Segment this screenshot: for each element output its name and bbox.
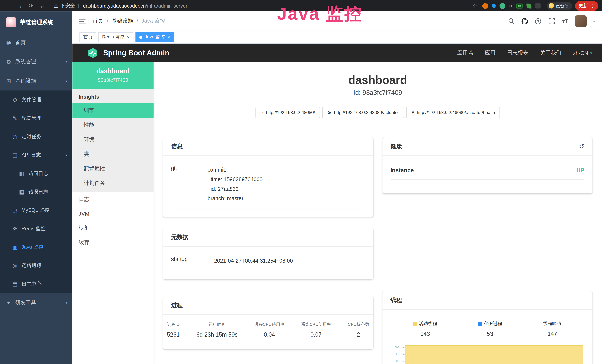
chart-y-axis: 140 120 100 [390,344,405,364]
sba-menu-item-logs[interactable]: 日志 [73,192,153,207]
sidebar-item-scheduled-jobs[interactable]: ◷ 定时任务 [0,127,73,146]
svg-text:?: ? [537,19,539,23]
ext-drop-icon[interactable] [491,3,496,8]
card-title: 线程 [390,297,402,304]
sidebar-item-infrastructure[interactable]: ⊞ 基础设施 ▴ [0,71,73,90]
instance-link-actuator[interactable]: ⚙ http://192.168.0.2:48080/actuator [322,107,404,118]
home-icon: ⌂ [260,110,263,115]
locale-label: zh-CN [573,50,588,56]
close-icon[interactable]: × [127,34,130,40]
sidebar-item-api-logs[interactable]: ▤ API 日志 ▴ [0,146,73,164]
sidebar-item-access-logs[interactable]: ▥ 访问日志 [0,164,73,183]
back-icon[interactable]: ← [4,2,12,9]
kebab-menu-icon[interactable]: ⋮ [590,3,595,9]
sba-menu-item-caches[interactable]: 缓存 [73,235,153,250]
security-indicator[interactable]: ⚠ 不安全 | [54,2,80,9]
git-line: id: 27aa832 [208,184,263,194]
bookmark-star-icon[interactable]: ☆ [471,2,479,9]
instance-link-home[interactable]: ⌂ http://192.168.0.2:48080/ [256,107,320,118]
avatar-caret-icon[interactable]: ▾ [593,19,595,23]
sidebar-item-system-management[interactable]: ⚙ 系统管理 ▾ [0,52,73,71]
stat-label: 进程CPU使用率 [254,321,284,327]
github-icon[interactable] [521,18,528,24]
sba-nav-about[interactable]: 关于我们 [540,50,561,56]
metadata-card-header: 元数据 [163,228,373,247]
sba-menu-item-classes[interactable]: 类 [73,147,153,162]
sba-nav-applications[interactable]: 应用 [485,50,495,56]
browser-home-icon[interactable]: ⌂ [38,2,47,9]
avatar[interactable] [575,15,587,27]
sba-menu-item-details[interactable]: 细节 [73,103,153,118]
app-title: 芋道管理系统 [20,19,54,26]
sidebar-item-java-monitor[interactable]: ▣ Java 监控 [0,238,73,256]
profile-paused-chip[interactable]: 已暂停 [547,2,572,10]
sba-menu-item-mappings[interactable]: 映射 [73,221,153,235]
sidebar-item-home[interactable]: ◉ 首页 [0,33,73,52]
file-icon: ⊙ [11,97,18,103]
fullscreen-icon[interactable] [548,18,555,24]
sba-nav-wallboard[interactable]: 应用墙 [457,50,473,56]
stat-value: 5261 [167,331,180,338]
forward-icon[interactable]: → [15,2,24,9]
font-size-icon[interactable]: ᴛT [562,18,569,24]
sba-menu-item-jvm[interactable]: JVM [73,207,153,221]
instance-header: dashboard 93a3fc7f7409 [73,62,153,89]
warning-icon: ⚠ [54,3,58,9]
tab-home[interactable]: 首页 [79,32,96,42]
ext-green-circle-icon[interactable] [499,3,505,9]
key-label: git [171,165,208,203]
ext-on-badge[interactable]: on [516,3,522,8]
sidebar-item-label: 链路追踪 [22,262,42,269]
trace-icon: ◎ [11,263,18,269]
sba-nav-journal[interactable]: 日志报表 [507,50,528,56]
tab-redis-monitor[interactable]: Redis 监控 × [98,32,133,42]
sidebar-item-redis-monitor[interactable]: ❖ Redis 监控 [0,220,73,238]
legend-live-threads: 活动线程 143 [413,321,437,337]
sidebar-item-mysql-monitor[interactable]: ▧ MySQL 监控 [0,201,73,219]
startup-row: startup 2021-04-27T00:44:31.254+08:00 [171,251,365,272]
sba-menu-item-performance[interactable]: 性能 [73,118,153,132]
sba-menu-item-environment[interactable]: 环境 [73,132,153,147]
locale-selector[interactable]: zh-CN ▾ [573,50,592,56]
logo-row[interactable]: 芋道管理系统 [0,11,73,33]
legend-value: 53 [478,331,502,337]
edit-icon: ✎ [11,115,18,121]
sidebar-item-log-center[interactable]: ▤ 日志中心 [0,275,73,293]
history-icon[interactable]: ↺ [579,143,584,150]
sidebar-item-dev-tools[interactable]: ✦ 研发工具 ▾ [0,293,73,312]
sidebar-item-trace[interactable]: ◎ 链路追踪 [0,256,73,275]
chrome-update-button[interactable]: 更新 ⋮ [575,1,598,11]
sba-menu-item-scheduled-tasks[interactable]: 计划任务 [73,176,153,191]
ext-puzzle-icon[interactable] [535,3,541,9]
ext-grid-icon[interactable]: ⠿ [509,3,512,9]
home-icon: ◉ [5,40,12,46]
breadcrumb-item-home[interactable]: 首页 [93,18,103,24]
tab-java-monitor[interactable]: Java 监控 × [136,32,174,42]
search-icon[interactable] [508,18,515,24]
ext-leaf-icon[interactable] [526,3,531,8]
address-bar[interactable]: dashboard.yudao.iocoder.cn/infra/admin-s… [83,3,187,9]
instance-link-health[interactable]: ♥ http://192.168.0.2:48080/actuator/heal… [406,107,500,118]
update-label: 更新 [579,2,588,9]
hamburger-icon[interactable] [79,19,86,23]
ext-orange-icon[interactable] [482,3,488,9]
legend-value: 147 [543,331,561,337]
info-card-body: git commit: time: 1596289704000 id: 27aa… [163,156,373,217]
sidebar-item-error-logs[interactable]: ▦ 错误日志 [0,183,73,201]
cards-grid: 信息 git commit: time: 1596289704000 id: 2… [163,137,592,364]
chevron-up-icon: ▴ [66,153,67,157]
close-icon[interactable]: × [168,34,170,40]
y-tick: 100 [390,358,405,364]
topbar-actions: ? ᴛT ▾ [508,15,595,27]
sba-menu-item-config-props[interactable]: 配置属性 [73,161,153,176]
sidebar-item-file-management[interactable]: ⊙ 文件管理 [0,90,73,109]
threads-card: 线程 活动线程 143 [382,291,592,364]
sidebar-item-config-management[interactable]: ✎ 配置管理 [0,109,73,127]
access-log-icon: ▥ [18,171,25,177]
api-log-icon: ▤ [11,152,18,158]
instance-id: 93a3fc7f7409 [76,77,150,83]
stat-uptime: 运行时间 6d 23h 15m 59s [196,321,238,338]
breadcrumb-item-infrastructure[interactable]: 基础设施 [112,18,133,24]
help-icon[interactable]: ? [535,18,542,24]
reload-icon[interactable]: ⟳ [27,2,35,9]
